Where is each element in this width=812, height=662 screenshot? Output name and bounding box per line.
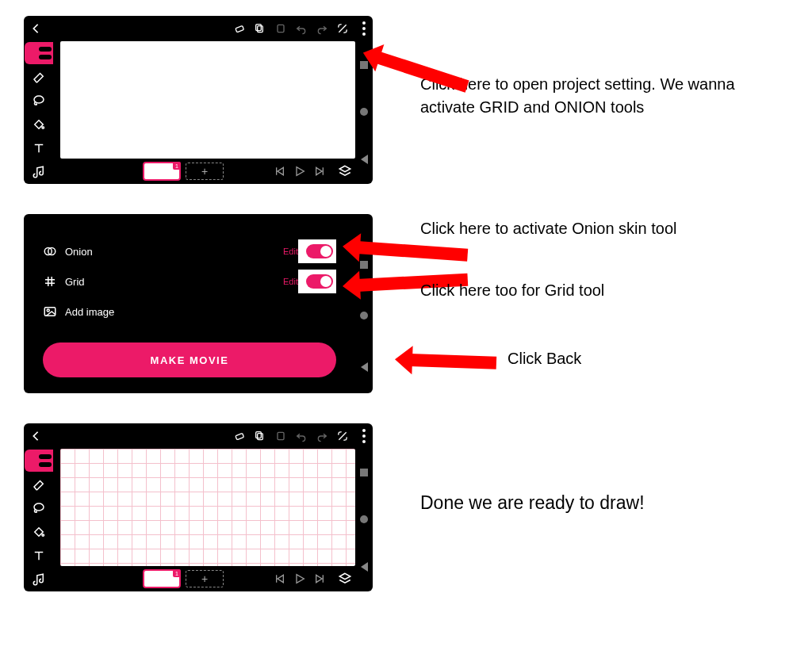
make-movie-button[interactable]: MAKE MOVIE xyxy=(43,342,336,377)
tool-sidebar xyxy=(24,449,54,591)
text-tool[interactable] xyxy=(24,136,54,160)
setting-label: Onion xyxy=(65,246,93,258)
svg-rect-10 xyxy=(258,434,263,440)
setting-add-image[interactable]: Add image xyxy=(43,297,336,327)
pen-tool[interactable] xyxy=(24,449,54,473)
pen-tool[interactable] xyxy=(24,41,54,65)
annotation-text: Click here too for Grid tool xyxy=(420,279,604,301)
image-icon xyxy=(43,304,57,319)
onion-edit-link[interactable]: Edit xyxy=(283,247,298,256)
bucket-icon xyxy=(32,525,46,539)
svg-rect-3 xyxy=(278,25,284,32)
android-nav-bar xyxy=(355,449,373,591)
nav-recents[interactable] xyxy=(360,469,368,476)
lasso-icon xyxy=(32,94,46,108)
frame-thumbnail[interactable] xyxy=(143,569,181,588)
fill-tool[interactable] xyxy=(24,113,54,136)
setting-grid: Grid Edit xyxy=(43,266,336,297)
onion-icon xyxy=(43,244,57,258)
text-icon xyxy=(32,141,46,155)
editor-screenshot-before: + xyxy=(24,16,373,184)
android-nav-bar xyxy=(355,239,373,393)
nav-back[interactable] xyxy=(361,562,368,572)
eraser-icon[interactable] xyxy=(233,430,246,442)
timeline-bar: + xyxy=(60,566,355,591)
skip-end-icon[interactable] xyxy=(314,572,327,585)
editor-top-bar xyxy=(24,16,355,41)
eraser-icon[interactable] xyxy=(233,22,246,35)
svg-rect-9 xyxy=(236,434,244,440)
play-icon[interactable] xyxy=(293,572,306,585)
eraser-shape-icon xyxy=(32,70,46,84)
text-tool[interactable] xyxy=(24,544,54,568)
nav-back[interactable] xyxy=(361,155,368,164)
svg-rect-2 xyxy=(256,25,262,31)
svg-rect-12 xyxy=(278,432,284,439)
annotation-text: Done we are ready to draw! xyxy=(420,490,788,516)
grid-icon xyxy=(43,274,57,289)
audio-tool[interactable] xyxy=(24,568,54,591)
copy-icon[interactable] xyxy=(254,430,266,442)
play-icon[interactable] xyxy=(293,165,306,178)
expand-icon[interactable] xyxy=(336,430,349,442)
drawing-canvas[interactable] xyxy=(60,41,355,159)
expand-icon[interactable] xyxy=(336,22,349,35)
onion-toggle[interactable] xyxy=(306,244,333,258)
eraser-shape-icon xyxy=(32,477,46,492)
add-frame-button[interactable]: + xyxy=(186,163,224,180)
fill-tool[interactable] xyxy=(24,520,54,544)
nav-home[interactable] xyxy=(360,515,368,523)
lasso-icon xyxy=(32,501,46,515)
svg-rect-1 xyxy=(258,26,263,33)
svg-rect-11 xyxy=(256,432,262,438)
lasso-tool[interactable] xyxy=(24,89,54,113)
copy-icon[interactable] xyxy=(254,22,266,35)
svg-rect-0 xyxy=(236,26,244,33)
audio-tool[interactable] xyxy=(24,160,54,184)
layers-icon[interactable] xyxy=(338,572,352,586)
text-icon xyxy=(32,549,46,563)
eraser-tool[interactable] xyxy=(24,65,54,89)
redo-icon[interactable] xyxy=(316,22,328,35)
timeline-bar: + xyxy=(60,159,355,184)
more-menu-button[interactable] xyxy=(358,21,370,36)
undo-icon[interactable] xyxy=(295,430,308,442)
skip-start-icon[interactable] xyxy=(273,165,285,178)
annotation-text: Click here to open project setting. We w… xyxy=(420,73,788,119)
grid-toggle[interactable] xyxy=(306,274,333,289)
arrow-icon xyxy=(356,241,468,262)
annotation-done: Done we are ready to draw! xyxy=(420,490,788,524)
grid-edit-link[interactable]: Edit xyxy=(283,277,298,286)
drawing-canvas-grid[interactable] xyxy=(60,449,355,566)
redo-icon[interactable] xyxy=(316,430,328,442)
paste-icon[interactable] xyxy=(274,430,287,442)
lasso-tool[interactable] xyxy=(24,496,54,520)
back-button[interactable] xyxy=(30,23,54,34)
frame-thumbnail[interactable] xyxy=(143,162,181,181)
nav-back[interactable] xyxy=(361,362,368,372)
svg-point-8 xyxy=(47,309,49,312)
back-button[interactable] xyxy=(30,430,54,442)
annotation-text: Click Back xyxy=(508,347,581,369)
eraser-tool[interactable] xyxy=(24,473,54,496)
make-movie-label: MAKE MOVIE xyxy=(151,354,229,366)
skip-start-icon[interactable] xyxy=(273,572,285,585)
nav-recents[interactable] xyxy=(360,261,368,269)
setting-label: Add image xyxy=(65,306,114,318)
nav-home[interactable] xyxy=(360,108,368,116)
add-frame-button[interactable]: + xyxy=(186,570,224,587)
skip-end-icon[interactable] xyxy=(314,165,327,178)
annotation-text: Click here to activate Onion skin tool xyxy=(420,217,677,239)
svg-rect-7 xyxy=(44,308,56,316)
settings-screenshot: Onion Edit Grid Edit Add image MAKE MOVI… xyxy=(24,214,373,393)
paste-icon[interactable] xyxy=(274,22,287,35)
music-icon xyxy=(32,165,46,179)
chevron-left-icon xyxy=(30,23,41,34)
chevron-left-icon xyxy=(30,430,41,442)
arrow-icon xyxy=(409,354,496,369)
more-menu-button[interactable] xyxy=(358,428,370,444)
undo-icon[interactable] xyxy=(295,22,308,35)
editor-top-bar xyxy=(24,423,355,449)
layers-icon[interactable] xyxy=(338,164,352,178)
nav-home[interactable] xyxy=(360,312,368,320)
